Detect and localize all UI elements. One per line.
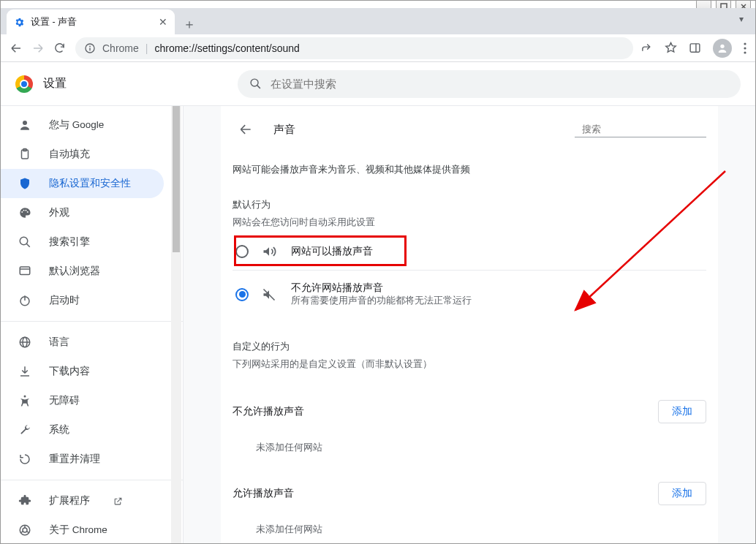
sidebar-item-system[interactable]: 系统 <box>1 415 164 445</box>
browser-menu-button[interactable] <box>744 42 746 54</box>
gear-icon <box>14 17 25 28</box>
sidebar-item-languages[interactable]: 语言 <box>1 328 164 357</box>
sidebar-item-default-browser[interactable]: 默认浏览器 <box>1 257 164 286</box>
nav-reload-button[interactable] <box>53 42 68 54</box>
svg-point-21 <box>27 211 29 213</box>
profile-avatar[interactable] <box>713 39 732 58</box>
radio-button-unchecked[interactable] <box>235 245 249 258</box>
sidebar-scrollbar[interactable] <box>171 106 181 544</box>
globe-icon <box>18 336 33 349</box>
settings-search-input[interactable] <box>271 78 729 90</box>
allowed-sites-section: 允许播放声音 添加 未添加任何网站 <box>233 457 706 539</box>
content-column: 声音 网站可能会播放声音来为音乐、视频和其他媒体提供音频 默认行为 网站会在您访… <box>184 106 755 544</box>
add-blocked-site-button[interactable]: 添加 <box>658 400 706 423</box>
blocked-empty-label: 未添加任何网站 <box>233 428 706 457</box>
sidebar-item-label: 隐私设置和安全性 <box>49 177 131 190</box>
add-allowed-site-button[interactable]: 添加 <box>658 482 706 505</box>
search-icon <box>249 78 262 90</box>
content-back-button[interactable] <box>233 116 259 143</box>
sidebar-item-label: 语言 <box>49 336 69 349</box>
sidebar-item-downloads[interactable]: 下载内容 <box>1 357 164 386</box>
panel-icon <box>689 42 701 54</box>
sidebar-item-accessibility[interactable]: 无障碍 <box>1 386 164 415</box>
address-bar[interactable]: Chrome | chrome://settings/content/sound <box>75 37 633 59</box>
bookmark-button[interactable] <box>665 42 677 54</box>
arrow-left-icon <box>238 122 253 137</box>
shield-icon <box>18 177 33 190</box>
sidebar-item-appearance[interactable]: 外观 <box>1 198 164 227</box>
external-link-icon <box>113 496 123 506</box>
radio-option-allow-sound[interactable]: 网站可以播放声音 <box>233 233 706 271</box>
person-icon <box>18 118 33 132</box>
svg-point-20 <box>26 210 27 211</box>
reset-icon <box>18 453 33 466</box>
default-behavior-title: 默认行为 <box>233 182 706 211</box>
content-search-input[interactable] <box>582 124 705 135</box>
sidebar-item-privacy[interactable]: 隐私设置和安全性 <box>1 169 164 198</box>
sidebar-item-label: 默认浏览器 <box>49 265 100 278</box>
person-icon <box>717 42 728 54</box>
browser-icon <box>18 265 33 278</box>
content-search-box[interactable] <box>575 121 706 137</box>
wrench-icon <box>18 423 33 437</box>
svg-point-12 <box>744 51 746 53</box>
content-title: 声音 <box>273 123 295 137</box>
sidebar-item-label: 无障碍 <box>49 394 80 407</box>
sidebar-separator <box>1 321 183 322</box>
window-titlebar <box>1 1 755 8</box>
sidebar-item-search-engine[interactable]: 搜索引擎 <box>1 227 164 257</box>
sidebar-separator <box>1 480 183 480</box>
side-panel-button[interactable] <box>689 42 701 54</box>
svg-point-5 <box>89 45 91 47</box>
clipboard-icon <box>18 148 33 161</box>
sidebar-item-on-startup[interactable]: 启动时 <box>1 286 164 315</box>
tab-close-button[interactable]: ✕ <box>159 16 167 28</box>
sidebar-item-about-chrome[interactable]: 关于 Chrome <box>1 515 164 544</box>
radio-label: 不允许网站播放声音 <box>291 282 472 295</box>
sidebar-item-you-and-google[interactable]: 您与 Google <box>1 110 164 140</box>
sidebar-item-label: 您与 Google <box>49 118 104 132</box>
svg-rect-7 <box>690 44 700 52</box>
sidebar-item-label: 重置并清理 <box>49 453 100 466</box>
svg-line-36 <box>20 532 23 533</box>
sidebar-item-extensions[interactable]: 扩展程序 <box>1 486 164 515</box>
sidebar-item-autofill[interactable]: 自动填充 <box>1 140 164 169</box>
browser-tab-settings[interactable]: 设置 - 声音 ✕ <box>7 10 175 34</box>
tab-list-dropdown[interactable]: ▾ <box>739 14 744 24</box>
share-button[interactable] <box>640 42 653 54</box>
blocked-section-title: 不允许播放声音 <box>233 405 304 418</box>
sound-settings-content: 声音 网站可能会播放声音来为音乐、视频和其他媒体提供音频 默认行为 网站会在您访… <box>221 106 718 544</box>
nav-forward-button[interactable] <box>31 42 46 55</box>
svg-point-9 <box>720 44 724 48</box>
sidebar-item-label: 关于 Chrome <box>49 524 107 537</box>
sidebar-item-label: 下载内容 <box>49 365 90 378</box>
address-url: chrome://settings/content/sound <box>154 42 299 54</box>
nav-back-button[interactable] <box>10 42 24 55</box>
sidebar-scrollbar-thumb[interactable] <box>173 106 180 252</box>
settings-body: 您与 Google 自动填充 隐私设置和安全性 外观 搜索引擎 默认浏览器 <box>1 106 755 544</box>
sidebar-item-label: 外观 <box>49 206 69 219</box>
sidebar-item-label: 系统 <box>49 423 69 437</box>
new-tab-button[interactable]: ＋ <box>179 14 200 34</box>
custom-behavior-subtitle: 下列网站采用的是自定义设置（而非默认设置） <box>233 353 706 375</box>
arrow-left-icon <box>10 42 23 55</box>
site-info-icon[interactable] <box>84 42 96 54</box>
custom-behavior-title: 自定义的行为 <box>233 318 706 353</box>
svg-point-13 <box>251 79 258 86</box>
arrow-right-icon <box>31 42 45 55</box>
radio-option-block-sound[interactable]: 不允许网站播放声音 所有需要使用声音的功能都将无法正常运行 <box>233 271 706 318</box>
search-icon <box>18 235 33 249</box>
sidebar-item-label: 启动时 <box>49 294 80 307</box>
radio-button-checked[interactable] <box>235 288 249 301</box>
settings-search-box[interactable] <box>238 70 741 98</box>
svg-rect-24 <box>20 267 30 275</box>
star-icon <box>665 42 677 54</box>
default-behavior-subtitle: 网站会在您访问时自动采用此设置 <box>233 211 706 233</box>
plus-icon: ＋ <box>183 15 196 33</box>
sidebar-item-label: 搜索引擎 <box>49 235 90 249</box>
settings-sidebar: 您与 Google 自动填充 隐私设置和安全性 外观 搜索引擎 默认浏览器 <box>1 106 184 544</box>
sidebar-item-reset[interactable]: 重置并清理 <box>1 445 164 474</box>
chevron-down-icon: ▾ <box>739 14 744 24</box>
volume-off-icon <box>262 287 278 302</box>
svg-rect-6 <box>89 48 90 50</box>
